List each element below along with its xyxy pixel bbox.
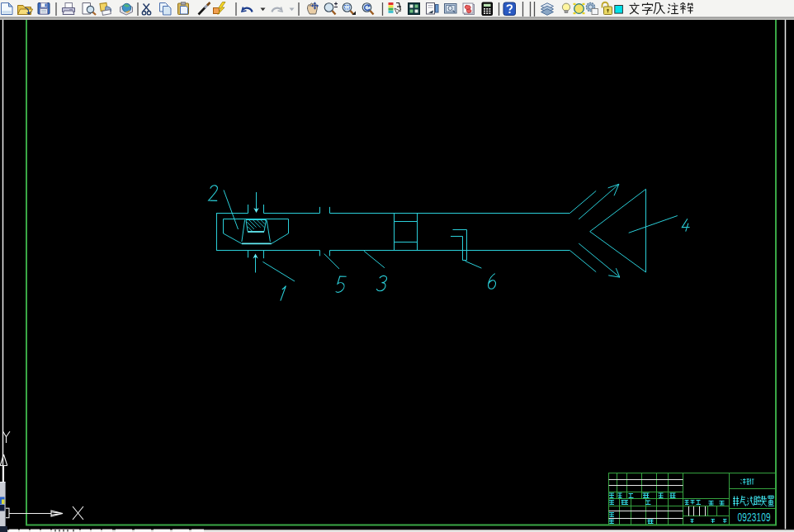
- svg-text:0923109: 0923109: [738, 511, 771, 524]
